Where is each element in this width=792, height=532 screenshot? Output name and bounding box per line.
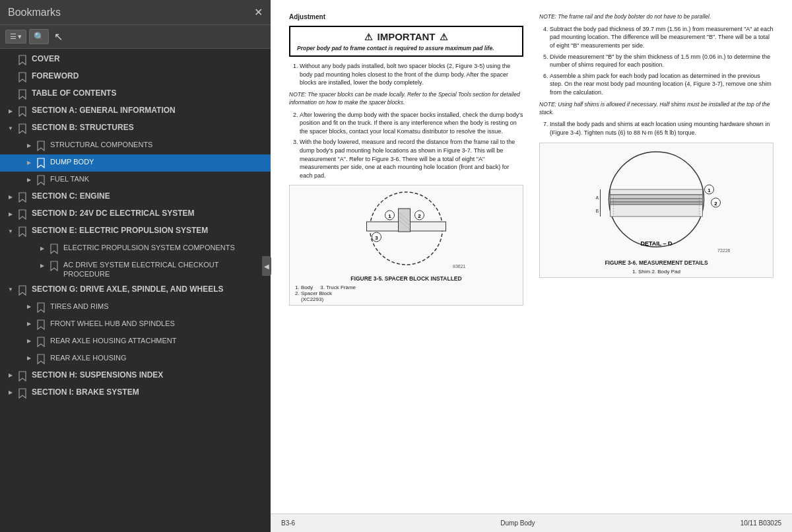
bookmark-icon-front-wheel <box>36 319 46 330</box>
svg-text:83621: 83621 <box>453 264 466 269</box>
toggle-fuel-tank[interactable]: ▶ <box>24 175 34 185</box>
bookmark-item-ac-drive[interactable]: ▶AC DRIVE SYSTEM ELECTRICAL CHECKOUT PRO… <box>0 257 271 282</box>
toggle-section-e[interactable]: ▼ <box>5 226 16 237</box>
svg-rect-16 <box>610 199 703 202</box>
bookmark-icon-section-g <box>17 285 28 296</box>
toggle-rear-axle-housing[interactable]: ▶ <box>24 354 34 364</box>
toggle-foreword <box>5 72 16 83</box>
bookmark-label-tires-rims: TIRES AND RIMS <box>50 302 265 311</box>
step-4: Subtract the body pad thickness of 39.7 … <box>550 25 774 50</box>
document-content: Adjustment ⚠ IMPORTANT ⚠ Proper body pad… <box>271 0 792 532</box>
right-labels: 1. Shim 2. Body Pad <box>632 269 680 275</box>
bookmarks-close-button[interactable]: ✕ <box>254 6 263 18</box>
bookmark-icon-rear-axle-housing-attach <box>36 337 46 347</box>
bookmark-label-toc: TABLE OF CONTENTS <box>32 88 265 99</box>
bookmark-label-cover: COVER <box>32 54 265 65</box>
bookmark-label-dump-body: DUMP BODY <box>50 157 265 166</box>
svg-text:2: 2 <box>714 201 717 207</box>
bookmark-icon-structural-components <box>36 141 46 151</box>
toggle-dump-body[interactable]: ▶ <box>24 158 34 168</box>
right-note-1: NOTE: The frame rail and the body bolste… <box>539 13 774 21</box>
toggle-front-wheel[interactable]: ▶ <box>24 319 34 330</box>
bookmark-item-section-i[interactable]: ▶SECTION I: BRAKE SYSTEM <box>0 385 271 402</box>
figure-3-5-svg: 1 2 3 83621 <box>290 185 523 271</box>
toggle-section-a[interactable]: ▶ <box>5 106 16 117</box>
bookmark-item-foreword[interactable]: FOREWORD <box>0 69 271 86</box>
bookmark-item-rear-axle-housing-attach[interactable]: ▶REAR AXLE HOUSING ATTACHMENT <box>0 333 271 350</box>
bookmark-search-button[interactable]: 🔍 <box>29 29 49 44</box>
list-view-dropdown-icon: ▾ <box>18 32 22 41</box>
bookmark-label-front-wheel: FRONT WHEEL HUB AND SPINDLES <box>50 319 265 328</box>
bookmark-item-section-g[interactable]: ▼SECTION G: DRIVE AXLE, SPINDLE, AND WHE… <box>0 282 271 299</box>
bookmark-label-section-e: SECTION E: ELECTRIC PROPULSION SYSTEM <box>32 226 265 236</box>
bookmark-icon-eps-components <box>49 244 59 254</box>
bookmark-item-dump-body[interactable]: ▶DUMP BODY <box>0 154 271 172</box>
document-page: Adjustment ⚠ IMPORTANT ⚠ Proper body pad… <box>271 0 792 514</box>
bookmark-icon-ac-drive <box>49 261 59 271</box>
toggle-tires-rims[interactable]: ▶ <box>24 302 34 313</box>
warning-icon-left: ⚠ <box>364 32 373 42</box>
toggle-eps-components[interactable]: ▶ <box>37 244 48 254</box>
bookmarks-toolbar: ☰ ▾ 🔍 ↖ <box>0 25 271 49</box>
toggle-section-g[interactable]: ▼ <box>5 285 16 296</box>
bookmark-item-front-wheel[interactable]: ▶FRONT WHEEL HUB AND SPINDLES <box>0 316 271 333</box>
important-box: ⚠ IMPORTANT ⚠ Proper body pad to frame c… <box>289 26 523 57</box>
svg-text:1: 1 <box>708 187 711 193</box>
list-view-button[interactable]: ☰ ▾ <box>5 30 26 44</box>
toggle-section-b[interactable]: ▼ <box>5 123 16 134</box>
document-footer: B3-6 Dump Body 10/11 B03025 <box>271 514 792 532</box>
figure-3-5-labels: 1. Body 3. Truck Frame 2. Spacer Block (… <box>290 283 523 305</box>
toggle-rear-axle-housing-attach[interactable]: ▶ <box>24 337 34 347</box>
toggle-ac-drive[interactable]: ▶ <box>37 261 48 271</box>
bookmark-item-toc[interactable]: TABLE OF CONTENTS <box>0 86 271 103</box>
toggle-structural-components[interactable]: ▶ <box>24 141 34 151</box>
toggle-cover <box>5 55 16 65</box>
bookmark-item-cover[interactable]: COVER <box>0 51 271 69</box>
label-2: 2. Spacer Block <box>295 290 332 296</box>
bookmark-label-structural-components: STRUCTURAL COMPONENTS <box>50 140 265 149</box>
bookmark-item-tires-rims[interactable]: ▶TIRES AND RIMS <box>0 299 271 316</box>
bookmark-icon-section-c <box>17 192 28 203</box>
right-steps-list-2: Install the body pads and shims at each … <box>550 120 774 137</box>
bookmark-item-section-a[interactable]: ▶SECTION A: GENERAL INFORMATION <box>0 103 271 120</box>
footer-right: 10/11 B03025 <box>741 519 781 527</box>
toggle-section-c[interactable]: ▶ <box>5 192 16 203</box>
bookmark-icon-dump-body <box>36 158 46 168</box>
svg-text:72226: 72226 <box>717 248 731 253</box>
bookmark-label-rear-axle-housing: REAR AXLE HOUSING <box>50 353 265 362</box>
bookmark-icon-section-i <box>17 388 28 399</box>
bookmark-item-structural-components[interactable]: ▶STRUCTURAL COMPONENTS <box>0 137 271 154</box>
step-7: Install the body pads and shims at each … <box>550 120 774 137</box>
bookmark-item-rear-axle-housing[interactable]: ▶REAR AXLE HOUSING <box>0 350 271 368</box>
section-title: Adjustment <box>289 13 523 20</box>
bookmark-item-eps-components[interactable]: ▶ELECTRIC PROPULSION SYSTEM COMPONENTS <box>0 240 271 257</box>
collapse-panel-button[interactable]: ◀ <box>262 256 271 276</box>
bookmark-icon-rear-axle-housing <box>36 354 46 364</box>
figure-3-5-caption: FIGURE 3-5. SPACER BLOCK INSTALLED <box>290 275 523 282</box>
bookmark-icon-section-a <box>17 106 28 117</box>
bookmark-item-section-e[interactable]: ▼SECTION E: ELECTRIC PROPULSION SYSTEM <box>0 223 271 240</box>
step-1: Without any body pads installed, bolt tw… <box>300 62 523 87</box>
figure-3-5: 1 2 3 83621 FIGURE 3-5. SPACER BLOCK INS… <box>289 185 523 306</box>
bookmarks-panel: Bookmarks ✕ ☰ ▾ 🔍 ↖ COVERFOREWORDTABLE O… <box>0 0 271 532</box>
bookmark-icon-fuel-tank <box>36 175 46 185</box>
bookmark-label-fuel-tank: FUEL TANK <box>50 174 265 183</box>
bookmark-label-section-d: SECTION D: 24V DC ELECTRICAL SYSTEM <box>32 209 265 219</box>
bookmark-item-section-d[interactable]: ▶SECTION D: 24V DC ELECTRICAL SYSTEM <box>0 206 271 223</box>
toggle-section-h[interactable]: ▶ <box>5 371 16 382</box>
bookmark-item-section-h[interactable]: ▶SECTION H: SUSPENSIONS INDEX <box>0 368 271 385</box>
right-steps-list: Subtract the body pad thickness of 39.7 … <box>550 25 774 97</box>
bookmark-item-fuel-tank[interactable]: ▶FUEL TANK <box>0 172 271 189</box>
bookmark-item-section-c[interactable]: ▶SECTION C: ENGINE <box>0 189 271 206</box>
bookmarks-title: Bookmarks <box>8 7 61 18</box>
svg-text:3: 3 <box>375 235 378 241</box>
svg-text:DETAIL – D: DETAIL – D <box>640 240 673 247</box>
list-view-icon: ☰ <box>10 32 16 41</box>
toggle-section-i[interactable]: ▶ <box>5 388 16 399</box>
figure-3-6-svg: A B 1 2 DETAIL – D 72226 <box>540 143 773 255</box>
bookmark-item-section-b[interactable]: ▼SECTION B: STRUCTURES <box>0 120 271 137</box>
toggle-section-d[interactable]: ▶ <box>5 209 16 220</box>
doc-left-column: Adjustment ⚠ IMPORTANT ⚠ Proper body pad… <box>289 13 523 500</box>
bookmark-label-section-a: SECTION A: GENERAL INFORMATION <box>32 106 265 116</box>
step-6: Assemble a shim pack for each body pad l… <box>550 72 774 97</box>
